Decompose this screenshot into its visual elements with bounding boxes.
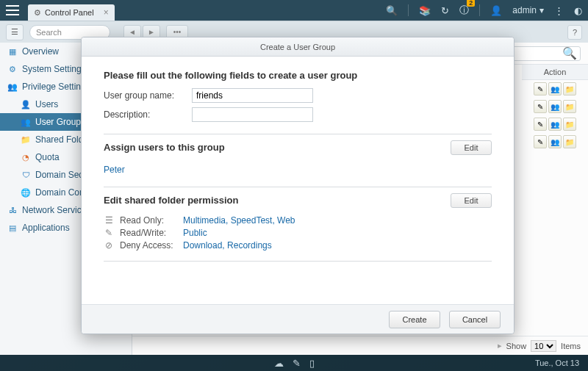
assigned-user-link[interactable]: Peter <box>104 165 125 175</box>
apps-icon: ▤ <box>7 223 18 233</box>
items-label: Items <box>561 342 581 350</box>
dialog-footer: Create Cancel <box>82 304 514 334</box>
readonly-folders-link[interactable]: Multimedia, SpeedTest, Web <box>183 215 295 226</box>
readonly-label: Read Only: <box>120 215 177 226</box>
user-shield-icon: 👥 <box>7 82 18 92</box>
table-row: ✎👥📁 <box>522 133 588 151</box>
edit-users-button[interactable]: Edit <box>451 140 492 155</box>
close-icon[interactable]: × <box>104 7 109 18</box>
table-row: ✎👥📁 <box>522 80 588 98</box>
readwrite-icon: ✎ <box>104 228 114 238</box>
system-bottombar: ☁ ✎ ▯ Tue., Oct 13 <box>0 355 588 371</box>
deny-folders-link[interactable]: Download, Recordings <box>183 240 272 251</box>
dialog-intro: Please fill out the following fields to … <box>104 70 492 81</box>
more-icon[interactable]: ⋮ <box>554 5 564 16</box>
edit-permissions-button[interactable]: Edit <box>451 193 492 208</box>
assign-users-title: Assign users to this group <box>104 142 225 153</box>
sidebar-item-label: Privilege Settings <box>22 82 90 92</box>
folder-icon[interactable]: 📁 <box>563 118 576 131</box>
users-icon[interactable]: 👥 <box>548 118 562 131</box>
topbar-icons: 🔍 📚 ↻ ⓘ2 👤 admin▾ ⋮ ◐ <box>386 4 582 17</box>
refresh-icon[interactable]: ↻ <box>441 5 449 16</box>
create-user-group-dialog: Create a User Group Please fill out the … <box>81 37 514 334</box>
sidebar-item-label: Applications <box>22 223 70 233</box>
description-label: Description: <box>104 109 192 120</box>
readonly-icon: ☰ <box>104 215 114 226</box>
users-icon[interactable]: 👥 <box>548 100 562 113</box>
pie-icon: ◔ <box>21 152 31 162</box>
table-row: ✎👥📁 <box>522 98 588 115</box>
sidebar-toggle-button[interactable]: ☰ <box>6 24 24 40</box>
create-button[interactable]: Create <box>389 311 440 328</box>
users-icon[interactable]: 👥 <box>548 82 562 96</box>
sidebar-item-label: User Groups <box>35 117 85 127</box>
folder-icon: 📁 <box>21 134 31 145</box>
deny-label: Deny Access: <box>120 240 177 251</box>
user-icon[interactable]: 👤 <box>490 5 502 16</box>
folder-icon[interactable]: 📁 <box>563 100 576 113</box>
readwrite-folders-link[interactable]: Public <box>183 228 207 238</box>
globe-icon: 🌐 <box>21 187 31 198</box>
dashboard-icon[interactable]: ◐ <box>574 5 582 16</box>
menu-icon[interactable] <box>6 5 19 15</box>
sidebar-item-label: Users <box>35 99 58 109</box>
deny-icon: ⊘ <box>104 240 114 251</box>
readwrite-label: Read/Write: <box>120 228 177 238</box>
folder-icon[interactable]: 📁 <box>563 135 576 148</box>
page-size-select[interactable]: 10 <box>531 340 556 352</box>
sidebar-item-label: System Settings <box>22 64 86 74</box>
group-name-input[interactable] <box>192 88 313 103</box>
edit-icon[interactable]: ✎ <box>534 100 547 113</box>
user-dropdown[interactable]: admin▾ <box>512 5 544 15</box>
shield-icon: 🛡 <box>21 170 31 180</box>
action-column-header: Action <box>522 65 588 80</box>
gear-icon: ⚙ <box>7 64 18 74</box>
table-row: ✎👥📁 <box>522 115 588 133</box>
grid-icon: ▦ <box>7 46 18 57</box>
gear-icon: ⚙ <box>34 8 41 18</box>
dialog-body: Please fill out the following fields to … <box>82 57 514 304</box>
users-icon[interactable]: 👥 <box>548 135 562 148</box>
description-input[interactable] <box>192 107 313 122</box>
show-label: Show <box>506 342 527 350</box>
network-icon: 🖧 <box>7 205 18 215</box>
app-tab-label: Control Panel <box>45 8 94 17</box>
scroll-indicator: ▸ <box>498 341 502 350</box>
group-name-label: User group name: <box>104 90 192 101</box>
search-icon[interactable]: 🔍 <box>386 5 398 16</box>
notification-icon[interactable]: ⓘ2 <box>459 4 469 17</box>
system-topbar: ⚙ Control Panel × 🔍 📚 ↻ ⓘ2 👤 admin▾ ⋮ ◐ <box>0 0 588 21</box>
dialog-title: Create a User Group <box>82 37 514 57</box>
sidebar-item-label: Quota <box>35 152 60 162</box>
users-icon: 👥 <box>21 117 31 127</box>
edit-icon[interactable]: ✎ <box>534 118 547 131</box>
assign-users-section: Assign users to this group Edit Peter <box>104 134 492 175</box>
edit-icon[interactable]: ✎ <box>534 135 547 148</box>
cloud-icon[interactable]: ☁ <box>274 358 284 369</box>
date-display: Tue., Oct 13 <box>535 359 579 367</box>
tool-icon[interactable]: ✎ <box>293 358 301 369</box>
sidebar-item-label: Overview <box>22 46 59 57</box>
folder-permission-section: Edit shared folder permission Edit ☰ Rea… <box>104 187 492 251</box>
user-icon: 👤 <box>21 99 31 109</box>
stack-icon[interactable]: 📚 <box>419 5 431 16</box>
help-button[interactable]: ? <box>567 25 582 40</box>
folder-permission-title: Edit shared folder permission <box>104 195 239 206</box>
edit-icon[interactable]: ✎ <box>534 82 547 96</box>
folder-icon[interactable]: 📁 <box>563 82 576 96</box>
cancel-button[interactable]: Cancel <box>449 311 501 328</box>
pagination-bar: ▸ Show 10 Items <box>132 336 588 355</box>
book-icon[interactable]: ▯ <box>309 358 315 369</box>
app-tab-control-panel[interactable]: ⚙ Control Panel × <box>28 4 115 21</box>
